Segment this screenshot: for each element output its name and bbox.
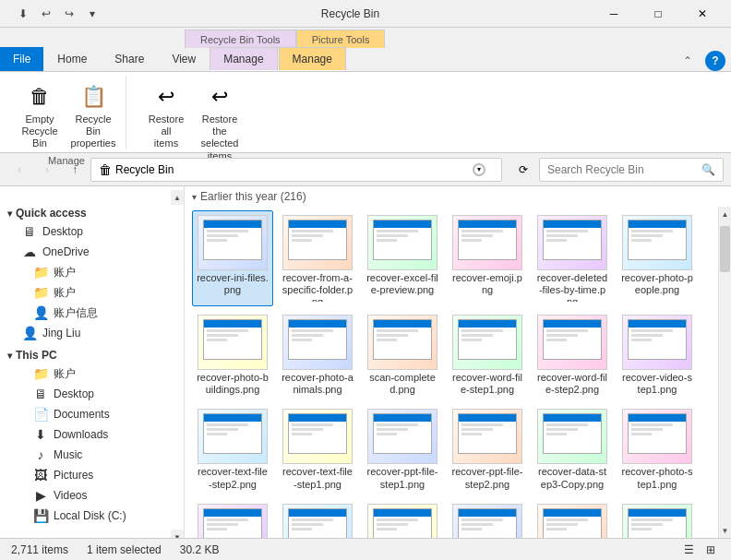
file-item[interactable]: recover-video-step1.png <box>617 310 698 400</box>
nav-item-onedrive[interactable]: ☁ OneDrive <box>0 242 184 262</box>
nav-item-account-info[interactable]: 👤 账户信息 <box>0 303 184 323</box>
right-scroll-track[interactable] <box>719 221 731 523</box>
nav-item-desktop-quick[interactable]: 🖥 Desktop <box>0 221 184 242</box>
desktop-label: Desktop <box>54 387 94 400</box>
qat-arrow-down[interactable]: ⬇ <box>13 4 33 24</box>
file-item[interactable]: recover-text-file-step1.png <box>277 404 358 494</box>
file-item[interactable]: recover-photo-people.png <box>617 210 698 306</box>
refresh-button[interactable]: ⟳ <box>511 158 535 182</box>
file-item[interactable]: recover-ppt-file-step2.png <box>447 404 528 494</box>
nav-item-desktop[interactable]: 🖥 Desktop <box>0 384 184 404</box>
pictures-icon: 🖼 <box>33 468 48 483</box>
restore-all-items-label: Restoreall items <box>148 113 185 150</box>
account2-label: 账户 <box>54 285 76 301</box>
nav-item-documents[interactable]: 📄 Documents <box>0 404 184 424</box>
view-icons-button[interactable]: ⊞ <box>701 541 720 559</box>
help-button[interactable]: ? <box>705 51 725 71</box>
qat-dropdown[interactable]: ▾ <box>82 4 102 24</box>
restore-all-items-button[interactable]: ↩ Restoreall items <box>141 79 191 153</box>
file-item[interactable]: recover-office-file-step1.png <box>447 499 528 538</box>
search-icon: 🔍 <box>701 163 715 176</box>
ribbon-tool-tabs-row: Recycle Bin Tools Picture Tools <box>0 28 731 48</box>
recycle-bin-properties-button[interactable]: 📋 Recycle Binproperties <box>68 79 118 153</box>
tab-file[interactable]: File <box>0 47 43 71</box>
file-item[interactable]: recover-photo-buildings.png <box>192 310 273 400</box>
forward-button[interactable]: › <box>35 158 59 182</box>
section-header-earlier-this-year[interactable]: ▾ Earlier this year (216) <box>185 186 731 207</box>
file-label: recover-photo-people.png <box>621 272 693 296</box>
ribbon-collapse-button[interactable]: ⌃ <box>677 51 698 71</box>
minimize-button[interactable]: ─ <box>593 0 635 28</box>
videos-icon: ▶ <box>33 488 48 503</box>
close-button[interactable]: ✕ <box>681 0 724 28</box>
file-item[interactable]: recover-external-device-step2.png <box>617 499 698 538</box>
file-item[interactable]: recover-external-device-step3.png <box>532 499 613 538</box>
file-item[interactable]: recover-pdf-file-step1.png <box>277 499 358 538</box>
onedrive-label: OneDrive <box>42 245 90 258</box>
left-panel-scroll-up[interactable]: ▲ <box>171 190 184 205</box>
empty-recycle-bin-button[interactable]: 🗑 EmptyRecycle Bin <box>15 79 65 153</box>
ribbon-tool-tab-picture-tools[interactable]: Picture Tools <box>296 30 386 48</box>
nav-item-account2[interactable]: 📁 账户 <box>0 282 184 303</box>
file-item[interactable]: recover-excel-file-preview.png <box>362 210 443 306</box>
address-path-text: Recycle Bin <box>115 163 174 176</box>
right-scroll-thumb[interactable] <box>720 226 730 272</box>
right-scroll-up[interactable]: ▲ <box>719 207 731 221</box>
file-item[interactable]: recover-deleted-files-by-time.png <box>532 210 613 306</box>
file-item[interactable]: recover-office-file-step2.png <box>362 499 443 538</box>
restore-selected-items-button[interactable]: ↩ Restore theselected items <box>195 79 245 165</box>
status-count: 2,711 items <box>11 543 68 556</box>
nav-item-jing-liu[interactable]: 👤 Jing Liu <box>0 323 184 343</box>
nav-item-account1[interactable]: 📁 账户 <box>0 262 184 282</box>
maximize-button[interactable]: □ <box>637 0 679 28</box>
documents-label: Documents <box>54 408 110 421</box>
file-item[interactable]: recover-data-step3-Copy.png <box>532 404 613 494</box>
tab-share[interactable]: Share <box>101 47 158 71</box>
back-button[interactable]: ‹ <box>7 158 31 182</box>
tab-view[interactable]: View <box>158 47 210 71</box>
file-item[interactable]: recover-text-file-step2.png <box>192 404 273 494</box>
empty-recycle-bin-label: EmptyRecycle Bin <box>21 113 58 150</box>
qat-redo[interactable]: ↪ <box>59 4 79 24</box>
nav-section-this-pc[interactable]: ▾ This PC <box>0 347 184 363</box>
file-item[interactable]: recover-pdf-file-step2.png <box>192 499 273 538</box>
up-button[interactable]: ↑ <box>63 158 87 182</box>
qat-undo[interactable]: ↩ <box>36 4 56 24</box>
file-item[interactable]: recover-ppt-file-step1.png <box>362 404 443 494</box>
left-panel-scroll-down[interactable]: ▼ <box>171 530 184 538</box>
tab-home[interactable]: Home <box>43 47 101 71</box>
right-scroll-down[interactable]: ▼ <box>719 523 731 538</box>
view-list-button[interactable]: ☰ <box>679 541 698 559</box>
nav-item-downloads[interactable]: ⬇ Downloads <box>0 424 184 445</box>
nav-item-videos[interactable]: ▶ Videos <box>0 485 184 506</box>
file-item[interactable]: recover-from-a-specific-folder.png <box>277 210 358 306</box>
nav-item-music[interactable]: ♪ Music <box>0 445 184 465</box>
nav-item-local-disk[interactable]: 💾 Local Disk (C:) <box>0 506 184 526</box>
file-item[interactable]: scan-completed.png <box>362 310 443 400</box>
desktop-quick-label: Desktop <box>42 225 83 238</box>
tab-manage-picture[interactable]: Manage <box>279 47 346 71</box>
file-item[interactable]: recover-photo-step1.png <box>617 404 698 494</box>
file-item[interactable]: recover-ini-files.png <box>192 210 273 306</box>
nav-item-this-pc-account[interactable]: 📁 账户 <box>0 363 184 384</box>
nav-section-quick-access[interactable]: ▾ Quick access <box>0 205 184 221</box>
ribbon-group-manage: 🗑 EmptyRecycle Bin 📋 Recycle Binproperti… <box>7 76 126 149</box>
file-item[interactable]: recover-photo-animals.png <box>277 310 358 400</box>
file-item[interactable]: recover-emoji.png <box>447 210 528 306</box>
address-path[interactable]: 🗑 Recycle Bin <box>90 158 502 182</box>
ribbon-tool-tab-recycle-bin-tools[interactable]: Recycle Bin Tools <box>185 30 296 48</box>
file-label: recover-data-step3-Copy.png <box>536 466 608 490</box>
tab-manage-recycle[interactable]: Manage <box>210 47 277 71</box>
file-label: recover-photo-buildings.png <box>197 372 269 396</box>
main-area: ▲ ▾ Quick access 🖥 Desktop ☁ OneDrive 📁 … <box>0 186 731 538</box>
nav-item-pictures[interactable]: 🖼 Pictures <box>0 465 184 485</box>
file-item[interactable]: recover-word-file-step1.png <box>447 310 528 400</box>
jing-liu-label: Jing Liu <box>42 327 80 340</box>
file-item[interactable]: recover-word-file-step2.png <box>532 310 613 400</box>
ribbon-body: 🗑 EmptyRecycle Bin 📋 Recycle Binproperti… <box>0 72 731 153</box>
onedrive-icon: ☁ <box>22 244 37 259</box>
address-dropdown-button[interactable]: ▾ <box>473 163 485 176</box>
search-input[interactable] <box>547 163 701 176</box>
downloads-label: Downloads <box>54 428 108 441</box>
recycle-bin-properties-label: Recycle Binproperties <box>71 113 116 150</box>
